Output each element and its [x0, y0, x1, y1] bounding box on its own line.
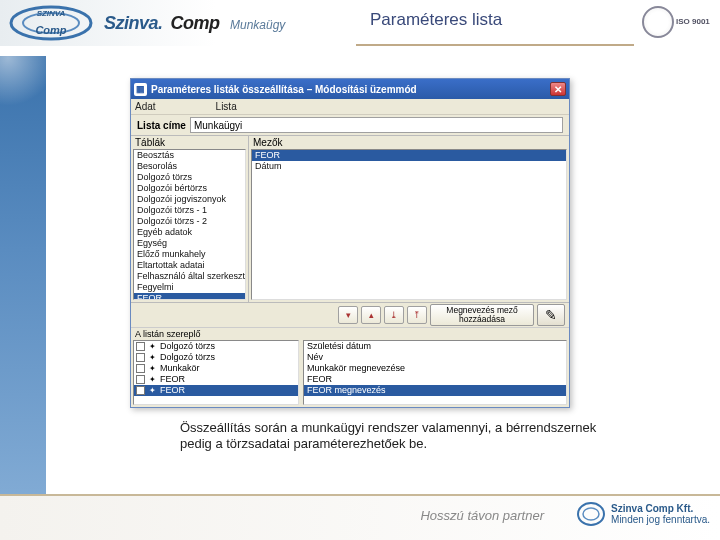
lista-cime-input[interactable]	[190, 117, 563, 133]
app-window: ▦ Paraméteres listák összeállítása – Mód…	[130, 78, 570, 408]
grid-right: Születési dátumNévMunkakör megnevezéseFE…	[301, 328, 569, 407]
left-decoration	[0, 56, 46, 540]
divider	[356, 44, 634, 46]
grid-left-row[interactable]: ✦Dolgozó törzs	[134, 352, 298, 363]
tablak-item[interactable]: Előző munkahely	[134, 249, 245, 260]
footer-logo-block: Szinva Comp Kft. Minden jog fenntartva.	[577, 500, 710, 528]
window-title: Paraméteres listák összeállítása – Módos…	[151, 84, 550, 95]
grid-left: A listán szereplő ✦Dolgozó törzs✦Dolgozó…	[131, 328, 301, 407]
menubar: Adat Lista	[131, 99, 569, 115]
window-icon: ▦	[134, 83, 147, 96]
grid-right-list[interactable]: Születési dátumNévMunkakör megnevezéseFE…	[303, 340, 567, 405]
header-banner: SZINVA Comp Szinva.Comp Munkaügy Paramét…	[0, 0, 720, 46]
row-icon: ✦	[147, 342, 158, 351]
footer-caption: Szinva Comp Kft. Minden jog fenntartva.	[611, 503, 710, 525]
decor-button[interactable]: ✎	[537, 304, 565, 326]
grid-left-row[interactable]: ✦FEOR	[134, 385, 298, 396]
row-label: Dolgozó törzs	[160, 341, 215, 352]
grid-right-row[interactable]: Név	[304, 352, 566, 363]
row-label: FEOR	[160, 374, 185, 385]
slide-caption: Összeállítás során a munkaügyi rendszer …	[180, 420, 600, 453]
move-bottom-button[interactable]: ⤓	[384, 306, 404, 324]
tablak-listbox[interactable]: BeosztásBesorolásDolgozó törzsDolgozói b…	[133, 149, 246, 300]
tablak-item[interactable]: Beosztás	[134, 150, 245, 161]
tablak-item[interactable]: Dolgozói törzs - 2	[134, 216, 245, 227]
footer-logo-icon	[577, 500, 605, 528]
mezok-item[interactable]: FEOR	[252, 150, 566, 161]
mezok-header: Mezők	[249, 136, 569, 149]
grid-right-row[interactable]: FEOR	[304, 374, 566, 385]
menu-adat[interactable]: Adat	[135, 101, 156, 112]
tablak-pane: Táblák BeosztásBesorolásDolgozó törzsDol…	[131, 136, 249, 302]
grid-left-row[interactable]: ✦Munkakör	[134, 363, 298, 374]
tablak-item[interactable]: Dolgozói bértörzs	[134, 183, 245, 194]
move-top-button[interactable]: ⤒	[407, 306, 427, 324]
row-icon: ✦	[147, 386, 158, 395]
panes: Táblák BeosztásBesorolásDolgozó törzsDol…	[131, 135, 569, 303]
tablak-item[interactable]: Eltartottak adatai	[134, 260, 245, 271]
close-button[interactable]: ✕	[550, 82, 566, 96]
tablak-item[interactable]: Egyéb adatok	[134, 227, 245, 238]
row-icon: ✦	[147, 364, 158, 373]
svg-text:SZINVA: SZINVA	[37, 9, 66, 18]
svg-text:Comp: Comp	[35, 24, 66, 36]
menu-lista[interactable]: Lista	[216, 101, 237, 112]
add-name-field-button[interactable]: Megnevezés mező hozzáadása	[430, 304, 534, 326]
tablak-item[interactable]: Dolgozói törzs - 1	[134, 205, 245, 216]
move-down-button[interactable]: ▾	[338, 306, 358, 324]
row-label: Munkakör	[160, 363, 200, 374]
row-icon: ✦	[147, 375, 158, 384]
tablak-item[interactable]: Felhasználó által szerkeszthető tartalom	[134, 271, 245, 282]
row-icon: ✦	[147, 353, 158, 362]
tablak-header: Táblák	[131, 136, 248, 149]
move-up-button[interactable]: ▴	[361, 306, 381, 324]
mid-toolbar: ▾ ▴ ⤓ ⤒ Megnevezés mező hozzáadása ✎	[131, 303, 569, 327]
grid-area: A listán szereplő ✦Dolgozó törzs✦Dolgozó…	[131, 327, 569, 407]
titlebar[interactable]: ▦ Paraméteres listák összeállítása – Mód…	[131, 79, 569, 99]
row-checkbox[interactable]	[136, 342, 145, 351]
tablak-item[interactable]: FEOR	[134, 293, 245, 300]
grid-right-row[interactable]: Munkakör megnevezése	[304, 363, 566, 374]
row-checkbox[interactable]	[136, 386, 145, 395]
brand-text: Szinva.Comp Munkaügy	[96, 13, 285, 34]
grid-right-row[interactable]: FEOR megnevezés	[304, 385, 566, 396]
tablak-item[interactable]: Dolgozó törzs	[134, 172, 245, 183]
tablak-item[interactable]: Fegyelmi	[134, 282, 245, 293]
row-checkbox[interactable]	[136, 375, 145, 384]
row-label: FEOR	[160, 385, 185, 396]
row-checkbox[interactable]	[136, 353, 145, 362]
lista-cime-row: Lista címe	[131, 115, 569, 135]
grid-left-row[interactable]: ✦FEOR	[134, 374, 298, 385]
row-checkbox[interactable]	[136, 364, 145, 373]
svg-point-4	[578, 503, 604, 525]
grid-header-label: A listán szereplő	[131, 328, 301, 340]
cert-badge: ISO 9001	[642, 3, 712, 41]
company-logo: SZINVA Comp	[6, 3, 96, 43]
mezok-listbox[interactable]: FEORDátum	[251, 149, 567, 300]
lista-cime-label: Lista címe	[137, 120, 186, 131]
mezok-item[interactable]: Dátum	[252, 161, 566, 172]
tablak-item[interactable]: Egység	[134, 238, 245, 249]
mezok-pane: Mezők FEORDátum	[249, 136, 569, 302]
row-label: Dolgozó törzs	[160, 352, 215, 363]
grid-right-row[interactable]: Születési dátum	[304, 341, 566, 352]
footer: Hosszú távon partner Szinva Comp Kft. Mi…	[0, 494, 720, 540]
tablak-item[interactable]: Dolgozói jogviszonyok	[134, 194, 245, 205]
tablak-item[interactable]: Besorolás	[134, 161, 245, 172]
grid-left-list[interactable]: ✦Dolgozó törzs✦Dolgozó törzs✦Munkakör✦FE…	[133, 340, 299, 405]
footer-slogan: Hosszú távon partner	[420, 508, 544, 523]
page-title: Paraméteres lista	[370, 10, 502, 30]
svg-point-5	[583, 508, 599, 520]
grid-left-row[interactable]: ✦Dolgozó törzs	[134, 341, 298, 352]
